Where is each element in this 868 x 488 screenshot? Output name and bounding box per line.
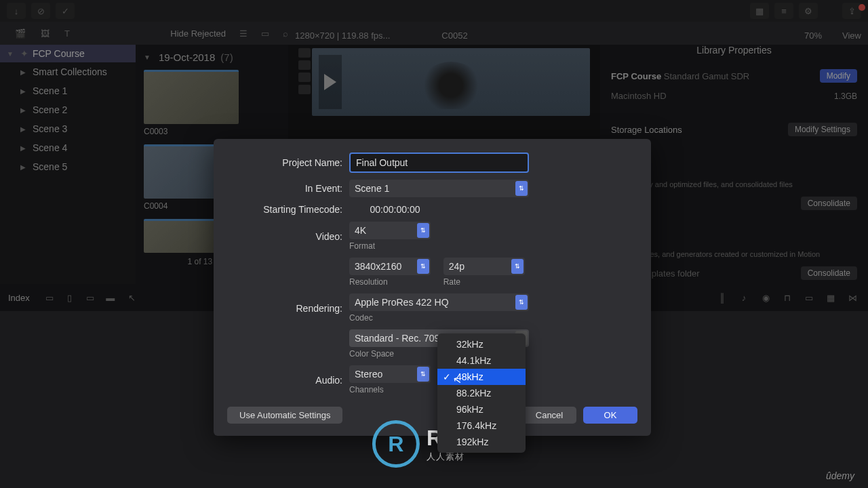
keyword-icon[interactable]: ⊘ (31, 3, 50, 19)
dropdown-option[interactable]: 44.1kHz (437, 352, 526, 369)
disclosure-triangle-icon[interactable]: ▼ (7, 50, 14, 58)
photos-tab-icon[interactable]: 🖼 (41, 28, 50, 39)
audio-channels-select[interactable]: Stereo⇅ (349, 365, 431, 383)
dropdown-option[interactable]: 88.2kHz (437, 385, 526, 401)
clip-resolution: 868×488 | 119.88 fps... (295, 30, 390, 41)
sidebar-item-scene4[interactable]: ▶Scene 4 (0, 138, 136, 157)
video-rate-select[interactable]: 24p⇅ (443, 258, 525, 275)
dropdown-option[interactable]: 192kHz (437, 434, 526, 450)
sample-rate-dropdown: 32kHz 44.1kHz ✓48kHz 88.2kHz 96kHz 176.4… (437, 333, 526, 453)
import-icon[interactable]: ↓ (7, 3, 26, 19)
library-sidebar: ▼ ✦ FCP Course ▶Smart Collections ▶Scene… (0, 45, 136, 284)
event-header[interactable]: ▼ 19-Oct-2018 (7) (144, 52, 280, 63)
play-icon (324, 74, 336, 90)
consolidate-button[interactable]: Consolidate (801, 197, 857, 210)
video-resolution-select[interactable]: 3840x2160⇅ (349, 258, 431, 275)
consolidate-button-2[interactable]: Consolidate (801, 266, 857, 280)
in-event-label: In Event: (227, 183, 349, 194)
connect-clip-icon[interactable]: ▭ (42, 290, 57, 305)
sidebar-library-root[interactable]: ▼ ✦ FCP Course (0, 45, 136, 62)
resolution-sublabel: Resolution (349, 277, 431, 287)
rate-sublabel: Rate (443, 277, 525, 287)
dropdown-option[interactable]: 96kHz (437, 401, 526, 418)
modify-button[interactable]: Modify (820, 69, 857, 83)
sidebar-item-scene3[interactable]: ▶Scene 3 (0, 119, 136, 138)
format-sublabel: Format (349, 241, 431, 251)
watermark-logo-icon: R (372, 420, 420, 468)
search-icon[interactable]: ⌕ (283, 28, 288, 39)
check-icon: ✓ (443, 371, 451, 382)
disclosure-triangle-icon[interactable]: ▼ (144, 54, 151, 61)
storage-name: Macintosh HD (611, 91, 667, 101)
close-window-icon[interactable] (859, 4, 865, 11)
timeline-view-icon[interactable]: ▭ (802, 290, 816, 305)
bg-tasks-icon[interactable]: ✓ (56, 3, 75, 19)
automatic-settings-button[interactable]: Use Automatic Settings (227, 407, 342, 424)
audio-skim-icon[interactable]: ♪ (736, 290, 751, 305)
video-format-select[interactable]: 4K⇅ (349, 222, 431, 239)
sidebar-item-scene1[interactable]: ▶Scene 1 (0, 81, 136, 100)
clip-name: C0052 (441, 30, 467, 41)
project-name-label: Project Name: (227, 157, 349, 168)
titles-tab-icon[interactable]: T (64, 28, 70, 39)
library-tab-icon[interactable]: 🎬 (15, 28, 26, 39)
zoom-level[interactable]: 70% (804, 30, 822, 41)
chevron-updown-icon: ⇅ (515, 181, 528, 196)
view-menu[interactable]: View (842, 30, 861, 41)
snapping-icon[interactable]: ⊓ (780, 290, 795, 305)
append-clip-icon[interactable]: ▭ (83, 290, 98, 305)
event-count: (7) (220, 52, 233, 63)
sidebar-item-scene5[interactable]: ▶Scene 5 (0, 157, 136, 176)
inspector-header: Library Properties (600, 45, 868, 65)
timeline-index-button[interactable]: Index (8, 293, 30, 303)
starting-tc-label: Starting Timecode: (227, 204, 349, 215)
hide-rejected-menu[interactable]: Hide Rejected (170, 28, 226, 39)
play-button[interactable] (319, 55, 342, 109)
transitions-icon[interactable]: ⋈ (845, 290, 860, 305)
filter-icon[interactable]: ☰ (239, 28, 248, 39)
video-preview[interactable] (312, 48, 590, 116)
chevron-updown-icon: ⇅ (511, 259, 524, 274)
modify-settings-button[interactable]: Modify Settings (788, 123, 857, 136)
insert-clip-icon[interactable]: ▯ (62, 290, 77, 305)
chevron-right-icon: ▶ (20, 106, 26, 114)
codec-sublabel: Codec (349, 313, 529, 323)
audio-label: Audio: (227, 375, 349, 386)
sidebar-item-scene2[interactable]: ▶Scene 2 (0, 100, 136, 119)
grid-view-icon[interactable]: ▦ (750, 3, 769, 19)
dropdown-option-selected[interactable]: ✓48kHz (437, 369, 526, 385)
library-name: FCP Course (33, 48, 85, 59)
cancel-button[interactable]: Cancel (522, 407, 576, 424)
storage-locations-label: Storage Locations (611, 125, 682, 135)
dropdown-option[interactable]: 176.4kHz (437, 418, 526, 434)
starting-tc-input[interactable] (349, 204, 441, 215)
channels-sublabel: Channels (349, 385, 431, 394)
settings-icon[interactable]: ⚙ (799, 3, 818, 19)
clip-thumbnail[interactable] (144, 70, 239, 124)
solo-icon[interactable]: ◉ (758, 290, 773, 305)
chevron-right-icon: ▶ (20, 144, 26, 152)
in-event-select[interactable]: Scene 1⇅ (349, 180, 529, 197)
skimming-icon[interactable]: ║ (715, 290, 730, 305)
event-date: 19-Oct-2018 (159, 52, 215, 63)
overwrite-clip-icon[interactable]: ▬ (103, 290, 118, 305)
viewer-info-strip: 868×488 | 119.88 fps... C0052 70% View (288, 26, 868, 45)
udemy-label: ûdemy (826, 470, 854, 481)
inspector-lib-name: FCP Course Standard Gamut SDR (611, 71, 749, 81)
project-name-input[interactable] (349, 152, 529, 173)
rendering-label: Rendering: (227, 303, 349, 314)
chevron-updown-icon: ⇅ (417, 259, 429, 274)
chevron-updown-icon: ⇅ (417, 223, 429, 238)
ok-button[interactable]: OK (583, 407, 637, 424)
effects-icon[interactable]: ▦ (823, 290, 838, 305)
clip-appearance-icon[interactable]: ▭ (261, 28, 269, 39)
list-view-icon[interactable]: ≡ (774, 3, 793, 19)
storage-size: 1.3GB (834, 92, 857, 101)
dropdown-option[interactable]: 32kHz (437, 336, 526, 352)
top-toolbar: ↓ ⊘ ✓ ▦ ≡ ⚙ ⇪ (0, 0, 868, 22)
video-label: Video: (227, 231, 349, 242)
arrow-tool-icon[interactable]: ↖ (125, 290, 140, 305)
library-icon: ✦ (20, 48, 28, 59)
render-codec-select[interactable]: Apple ProRes 422 HQ⇅ (349, 293, 529, 311)
sidebar-item-smart[interactable]: ▶Smart Collections (0, 62, 136, 81)
